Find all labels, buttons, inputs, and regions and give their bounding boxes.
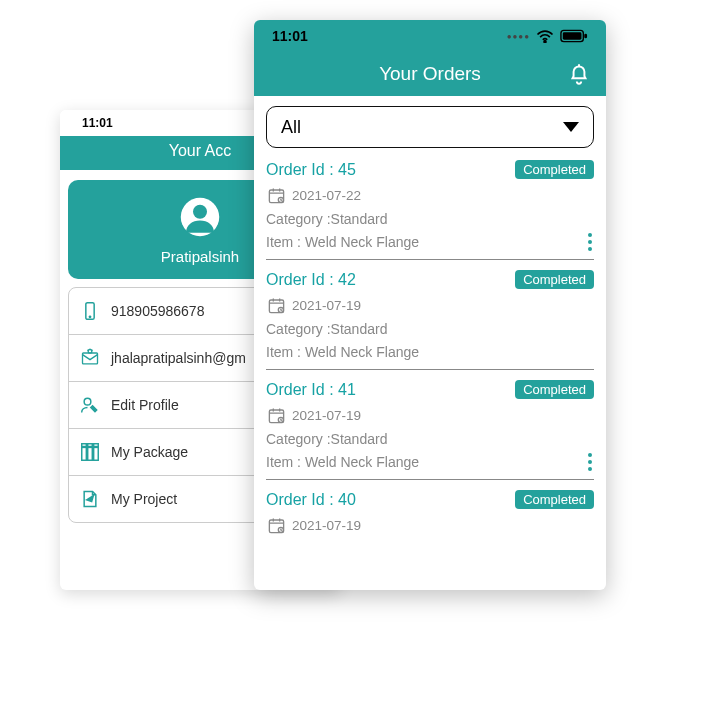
signal-icon: ●●●●: [507, 32, 530, 41]
calendar-icon: [266, 405, 286, 425]
my-package-text: My Package: [111, 444, 188, 460]
order-item: Item : Weld Neck Flange: [266, 454, 419, 470]
orders-screen: 11:01 ●●●● Your Orders All Order Id : 45…: [254, 20, 606, 590]
order-id: Order Id : 41: [266, 381, 356, 399]
orders-title: Your Orders: [379, 63, 481, 85]
filter-dropdown[interactable]: All: [266, 106, 594, 148]
svg-rect-16: [584, 34, 587, 39]
svg-point-6: [84, 398, 91, 405]
account-title: Your Acc: [169, 142, 232, 159]
wifi-icon: [536, 29, 554, 43]
calendar-icon: [266, 295, 286, 315]
svg-point-3: [89, 316, 90, 317]
svg-rect-8: [88, 447, 93, 460]
avatar-icon: [179, 196, 221, 238]
calendar-icon: [266, 515, 286, 535]
orders-header: Your Orders: [254, 52, 606, 96]
status-badge: Completed: [515, 160, 594, 179]
status-badge: Completed: [515, 270, 594, 289]
project-icon: [79, 488, 101, 510]
notification-button[interactable]: [566, 61, 592, 87]
order-category: Category :Standard: [266, 321, 594, 337]
svg-rect-15: [563, 32, 582, 39]
battery-icon: [560, 29, 588, 43]
email-icon: [79, 347, 101, 369]
svg-rect-12: [94, 444, 99, 447]
orders-list: Order Id : 45 Completed 2021-07-22 Categ…: [254, 150, 606, 547]
my-project-text: My Project: [111, 491, 177, 507]
bell-icon: [566, 61, 592, 87]
status-time: 11:01: [82, 116, 113, 130]
filter-container: All: [254, 96, 606, 150]
status-icons: ●●●●: [507, 29, 588, 43]
svg-rect-10: [82, 444, 87, 447]
svg-point-1: [193, 205, 207, 219]
order-id: Order Id : 42: [266, 271, 356, 289]
svg-rect-11: [88, 444, 93, 447]
order-category: Category :Standard: [266, 211, 594, 227]
status-badge: Completed: [515, 490, 594, 509]
user-edit-icon: [79, 394, 101, 416]
order-menu-button[interactable]: [586, 233, 594, 251]
calendar-icon: [266, 185, 286, 205]
order-id: Order Id : 45: [266, 161, 356, 179]
order-card[interactable]: Order Id : 45 Completed 2021-07-22 Categ…: [266, 150, 594, 260]
order-item: Item : Weld Neck Flange: [266, 344, 419, 360]
svg-point-13: [544, 41, 546, 43]
svg-rect-7: [82, 447, 87, 460]
email-text: jhalapratipalsinh@gm: [111, 350, 246, 366]
order-card[interactable]: Order Id : 42 Completed 2021-07-19 Categ…: [266, 260, 594, 370]
filter-value: All: [281, 117, 301, 138]
svg-rect-4: [83, 353, 98, 364]
package-icon: [79, 441, 101, 463]
order-category: Category :Standard: [266, 431, 594, 447]
order-card[interactable]: Order Id : 41 Completed 2021-07-19 Categ…: [266, 370, 594, 480]
order-date: 2021-07-19: [292, 298, 361, 313]
order-menu-button[interactable]: [586, 453, 594, 471]
order-item: Item : Weld Neck Flange: [266, 234, 419, 250]
status-time-front: 11:01: [272, 28, 308, 44]
svg-rect-9: [94, 447, 99, 460]
chevron-down-icon: [563, 122, 579, 132]
order-date: 2021-07-22: [292, 188, 361, 203]
edit-profile-text: Edit Profile: [111, 397, 179, 413]
order-date: 2021-07-19: [292, 408, 361, 423]
order-card[interactable]: Order Id : 40 Completed 2021-07-19 Categ…: [266, 480, 594, 543]
status-badge: Completed: [515, 380, 594, 399]
order-id: Order Id : 40: [266, 491, 356, 509]
phone-icon: [79, 300, 101, 322]
order-date: 2021-07-19: [292, 518, 361, 533]
status-bar-front: 11:01 ●●●●: [254, 20, 606, 52]
phone-text: 918905986678: [111, 303, 204, 319]
